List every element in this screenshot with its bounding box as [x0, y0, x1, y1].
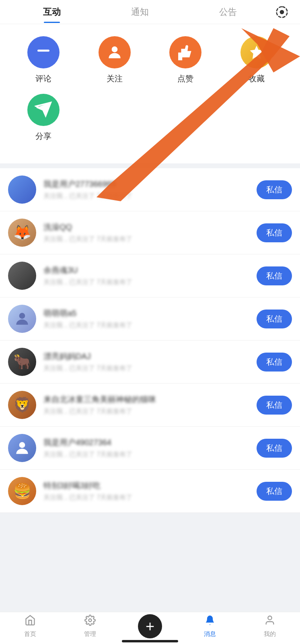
- contact-info: 我是用户277366999 关注我，已关注了 7天前发布了: [43, 179, 257, 200]
- private-msg-button[interactable]: 私信: [257, 310, 292, 328]
- home-icon: [25, 615, 36, 629]
- contact-name: 我是用户49027364: [43, 437, 257, 448]
- collect-icon-circle: [240, 36, 273, 68]
- contact-desc: 关注我，已关注了 7天前发布了: [43, 321, 257, 330]
- nav-home[interactable]: 首页: [0, 615, 60, 638]
- contact-name: 余燕魂3U: [43, 265, 257, 276]
- avatar: 🍔: [8, 477, 36, 505]
- contact-info: 萌萌萌a5 关注我，已关注了 7天前发布了: [43, 308, 257, 330]
- bottom-nav: 首页 管理 + 消息 我的: [0, 612, 300, 644]
- comment-icon-circle: [27, 36, 60, 68]
- private-msg-button[interactable]: 私信: [257, 223, 292, 242]
- comment-label: 评论: [35, 73, 51, 84]
- profile-label: 我的: [264, 630, 276, 638]
- contact-list: 我是用户277366999 关注我，已关注了 7天前发布了 私信 🦊 洗澡QQ …: [0, 168, 300, 513]
- messages-label: 消息: [204, 630, 216, 638]
- contact-item: 我是用户277366999 关注我，已关注了 7天前发布了 私信: [0, 168, 300, 211]
- contact-name: 来自北冰童三角美丽神秘的猫咪: [43, 394, 257, 405]
- svg-point-2: [111, 46, 117, 52]
- private-msg-button[interactable]: 私信: [257, 482, 292, 501]
- avatar: 🐂: [8, 348, 36, 376]
- contact-info: 特别3好喝3好吃 关注我，已关注了 7天前发布了: [43, 480, 257, 502]
- contact-name: 我是用户277366999: [43, 179, 257, 190]
- home-indicator: [122, 640, 178, 642]
- icon-grid-section: 评论 关注 点赞 收藏: [0, 24, 300, 163]
- home-label: 首页: [24, 630, 36, 638]
- contact-info: 洗澡QQ 关注我，已关注了 7天前发布了: [43, 222, 257, 244]
- tab-announcement[interactable]: 公告: [184, 2, 272, 22]
- manage-label: 管理: [84, 630, 96, 638]
- svg-point-6: [19, 313, 25, 319]
- contact-desc: 关注我，已关注了 7天前发布了: [43, 493, 257, 502]
- private-msg-button[interactable]: 私信: [257, 439, 292, 458]
- add-button[interactable]: +: [138, 614, 162, 638]
- follow-label: 关注: [107, 73, 123, 84]
- manage-icon: [84, 615, 96, 629]
- follow-icon-circle: [99, 36, 131, 68]
- tab-interaction[interactable]: 互动: [8, 2, 96, 22]
- comment-cell[interactable]: 评论: [8, 36, 79, 84]
- like-cell[interactable]: 点赞: [150, 36, 221, 84]
- private-msg-button[interactable]: 私信: [257, 396, 292, 415]
- tab-notification[interactable]: 通知: [96, 2, 184, 22]
- settings-icon: [275, 6, 288, 19]
- share-icon-circle: [27, 94, 60, 126]
- contact-desc: 关注我，已关注了 7天前发布了: [43, 450, 257, 459]
- contact-item: 余燕魂3U 关注我，已关注了 7天前发布了 私信: [0, 254, 300, 297]
- contact-desc: 关注我，已关注了 7天前发布了: [43, 192, 257, 200]
- contact-item: 🐂 漂亮妈妈DAJ 关注我，已关注了 7天前发布了 私信: [0, 341, 300, 384]
- svg-point-9: [268, 616, 272, 619]
- contact-name: 洗澡QQ: [43, 222, 257, 233]
- nav-profile[interactable]: 我的: [240, 615, 300, 638]
- share-label: 分享: [35, 131, 51, 142]
- svg-rect-1: [37, 50, 49, 52]
- contact-item: 🦁 来自北冰童三角美丽神秘的猫咪 关注我，已关注了 7天前发布了 私信: [0, 384, 300, 427]
- avatar: 🦊: [8, 219, 36, 247]
- like-label: 点赞: [177, 73, 193, 84]
- contact-info: 我是用户49027364 关注我，已关注了 7天前发布了: [43, 437, 257, 459]
- contact-info: 漂亮妈妈DAJ 关注我，已关注了 7天前发布了: [43, 351, 257, 373]
- icon-grid: 评论 关注 点赞 收藏: [8, 36, 292, 151]
- private-msg-button[interactable]: 私信: [257, 266, 292, 285]
- nav-manage[interactable]: 管理: [60, 615, 120, 638]
- collect-cell[interactable]: 收藏: [221, 36, 292, 84]
- contact-desc: 关注我，已关注了 7天前发布了: [43, 235, 257, 244]
- tab-bar: 互动 通知 公告: [0, 0, 300, 24]
- svg-point-7: [19, 442, 25, 448]
- like-icon-circle: [169, 36, 201, 68]
- collect-label: 收藏: [249, 73, 265, 84]
- contact-item: 🍔 特别3好喝3好吃 关注我，已关注了 7天前发布了 私信: [0, 470, 300, 513]
- avatar: [8, 434, 36, 462]
- contact-item: 我是用户49027364 关注我，已关注了 7天前发布了 私信: [0, 427, 300, 470]
- contact-info: 余燕魂3U 关注我，已关注了 7天前发布了: [43, 265, 257, 287]
- share-cell[interactable]: 分享: [8, 94, 79, 142]
- contact-item: 🦊 洗澡QQ 关注我，已关注了 7天前发布了 私信: [0, 211, 300, 254]
- profile-icon: [264, 615, 275, 629]
- contact-name: 萌萌萌a5: [43, 308, 257, 319]
- contact-desc: 关注我，已关注了 7天前发布了: [43, 407, 257, 416]
- nav-messages[interactable]: 消息: [180, 615, 240, 638]
- private-msg-button[interactable]: 私信: [257, 180, 292, 199]
- contact-desc: 关注我，已关注了 7天前发布了: [43, 278, 257, 287]
- svg-point-8: [88, 619, 91, 621]
- contact-desc: 关注我，已关注了 7天前发布了: [43, 364, 257, 373]
- svg-point-0: [280, 10, 284, 14]
- follow-cell[interactable]: 关注: [79, 36, 150, 84]
- avatar: [8, 305, 36, 333]
- settings-button[interactable]: [272, 6, 292, 19]
- contact-item: 萌萌萌a5 关注我，已关注了 7天前发布了 私信: [0, 297, 300, 341]
- contact-info: 来自北冰童三角美丽神秘的猫咪 关注我，已关注了 7天前发布了: [43, 394, 257, 416]
- contact-name: 漂亮妈妈DAJ: [43, 351, 257, 362]
- nav-add[interactable]: +: [120, 614, 180, 638]
- message-icon: [204, 615, 216, 629]
- contact-name: 特别3好喝3好吃: [43, 480, 257, 491]
- avatar: [8, 262, 36, 290]
- avatar: [8, 175, 36, 204]
- avatar: 🦁: [8, 391, 36, 419]
- private-msg-button[interactable]: 私信: [257, 353, 292, 372]
